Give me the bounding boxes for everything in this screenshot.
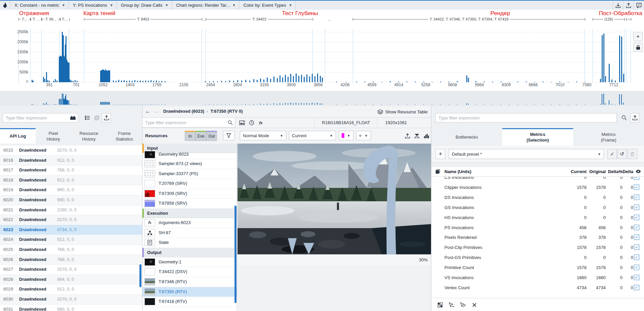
- col-current-header[interactable]: Current: [566, 169, 587, 174]
- image-view-icon[interactable]: [238, 119, 246, 127]
- metric-row[interactable]: HS Invocations0000✓: [431, 213, 644, 223]
- geometry-3d-dropdown[interactable]: ▼: [356, 131, 371, 140]
- api-log-row[interactable]: 6025DrawIndexed768, 0, 0: [0, 245, 142, 255]
- chart-region-bracket[interactable]: T:...: [60, 18, 70, 21]
- import-capture-button[interactable]: [613, 1, 623, 10]
- show-resource-table-button[interactable]: Show Resource Table: [377, 108, 428, 116]
- metric-visible-checkbox[interactable]: ✓: [634, 215, 639, 220]
- resource-item[interactable]: T:67418 (RTV): [142, 297, 237, 307]
- pick-wave-cursor-icon[interactable]: [447, 300, 456, 309]
- breadcrumb-target[interactable]: T:67350 (RTV 0): [210, 109, 243, 114]
- metric-visible-checkbox[interactable]: ✓: [634, 195, 639, 200]
- api-log-row[interactable]: 6028DrawIndexed984, 0, 0: [0, 275, 142, 285]
- highlight-color-dropdown[interactable]: ▼: [339, 131, 353, 140]
- api-log-row[interactable]: 6017DrawIndexed768, 0, 0: [0, 165, 142, 175]
- visibility-eye-icon[interactable]: [636, 169, 641, 173]
- resources-filter-input[interactable]: [144, 120, 228, 125]
- copy-metrics-icon[interactable]: [435, 169, 440, 174]
- metric-visible-checkbox[interactable]: ✓: [634, 255, 639, 260]
- col-delta-header[interactable]: Delta: [618, 169, 633, 174]
- metric-row[interactable]: CS Invocations0000✓: [431, 177, 644, 183]
- metrics-filter-input[interactable]: [438, 115, 614, 121]
- metric-visible-checkbox[interactable]: ✓: [634, 205, 639, 210]
- resource-item[interactable]: T:67309 (SRV): [142, 189, 237, 199]
- col-name-header[interactable]: Name (Units): [444, 169, 471, 174]
- reset-preset-button[interactable]: ↺: [617, 149, 627, 159]
- toolbar-dropdown-3[interactable]: Chart regions: Render Tar...▼: [172, 1, 239, 10]
- metric-visible-checkbox[interactable]: ✓: [634, 285, 639, 290]
- resource-item[interactable]: SH:67: [142, 228, 237, 238]
- metric-row[interactable]: Primitive Count1578157800✓: [431, 263, 644, 273]
- metric-visible-checkbox[interactable]: ✓: [634, 185, 639, 190]
- history-clock-icon[interactable]: [247, 119, 256, 127]
- resource-item[interactable]: State: [142, 238, 237, 248]
- tab-metrics[interactable]: Metrics (Frame): [573, 128, 644, 146]
- tab-metrics[interactable]: Metrics (Selection): [502, 128, 573, 146]
- pick-line-cursor-icon[interactable]: [458, 300, 467, 309]
- toolbar-dropdown-4[interactable]: Color by: Event Types▼: [239, 1, 296, 10]
- api-log-row[interactable]: 6026DrawIndexed768, 0, 0: [0, 255, 142, 265]
- lock-icon[interactable]: [633, 43, 643, 52]
- chart-region-bracket[interactable]: T: 34422, T: 67346, T: 67350, T: 67354, …: [353, 18, 585, 21]
- resource-item[interactable]: T:34422 (DSV): [142, 267, 237, 277]
- metric-row[interactable]: GS Invocations0000✓: [431, 203, 644, 213]
- metric-row[interactable]: PS Invocations45645600✓: [431, 223, 644, 233]
- api-log-row[interactable]: 6030DrawIndexed3270, 0, 0: [0, 295, 142, 305]
- api-log-row[interactable]: 6024DrawIndexed912, 0, 0: [0, 235, 142, 245]
- resource-item[interactable]: T:67350 (RTV): [142, 287, 237, 297]
- api-log-row[interactable]: 6016DrawIndexed912, 0, 0: [0, 156, 142, 166]
- source-dropdown[interactable]: Current▼: [289, 131, 336, 140]
- api-log-row[interactable]: 6020DrawIndexed990, 0, 0: [0, 195, 142, 205]
- metric-visible-checkbox[interactable]: ✓: [634, 245, 639, 250]
- resources-filter[interactable]: [142, 118, 235, 127]
- scope-exe-button[interactable]: Exe: [196, 131, 206, 141]
- chart-region-bracket[interactable]: T: 8453: [84, 18, 202, 21]
- resource-filter-funnel-button[interactable]: [223, 131, 234, 140]
- render-target-preview-image[interactable]: [238, 144, 431, 254]
- api-log-row[interactable]: 6019DrawIndexed990, 0, 0: [0, 185, 142, 195]
- render-target-viewer[interactable]: 30%: [237, 144, 431, 311]
- resources-scrollbar[interactable]: [234, 206, 237, 303]
- grid-select-icon[interactable]: [435, 300, 444, 309]
- export-log-button[interactable]: [102, 113, 111, 122]
- metric-visible-checkbox[interactable]: ✓: [634, 225, 639, 230]
- apply-preset-button[interactable]: ✓: [607, 149, 617, 159]
- chart-region-bracket[interactable]: T: 56...: [41, 18, 60, 21]
- metrics-filter[interactable]: [435, 113, 617, 122]
- api-log-filter[interactable]: [3, 113, 78, 122]
- resource-item[interactable]: Sampler:873 (2 views): [142, 159, 237, 169]
- back-arrow-button[interactable]: ←: [144, 107, 152, 115]
- metric-row[interactable]: Pixels Rendered37837800✓: [431, 232, 644, 243]
- metric-row[interactable]: DS Invocations0000✓: [431, 193, 644, 203]
- resource-item[interactable]: T:87858 (SRV): [142, 199, 237, 209]
- toolbar-dropdown-0[interactable]: X: Constant - no metric▼: [10, 1, 69, 10]
- col-original-header[interactable]: Original: [587, 169, 606, 174]
- add-chart-button[interactable]: +: [633, 32, 643, 41]
- toolbar-dropdown-2[interactable]: Group by: Draw Calls▼: [117, 1, 172, 10]
- range-fit-button[interactable]: [413, 132, 421, 140]
- chart-region-bracket[interactable]: [626, 18, 631, 21]
- metric-row[interactable]: Vertex Count4734473400✓: [431, 283, 644, 293]
- chart-region-bracket[interactable]: T: ...: [30, 18, 42, 21]
- metrics-search-icon[interactable]: [619, 113, 629, 122]
- resource-item[interactable]: fxArguments:6023: [142, 218, 237, 228]
- metric-row[interactable]: Post-Clip Primitives1578157800✓: [431, 243, 644, 253]
- api-log-row[interactable]: 6023DrawIndexed4734, 0, 0: [0, 225, 142, 235]
- api-log-row[interactable]: 6021DrawIndexed2280, 0, 0: [0, 205, 142, 215]
- fx-expression-icon[interactable]: fx: [257, 119, 265, 127]
- tab-resource[interactable]: Resource History: [71, 128, 107, 144]
- metric-row[interactable]: Post-GS Primitives0000✓: [431, 253, 644, 263]
- frame-overview-chart[interactable]: [0, 91, 644, 106]
- histogram-button[interactable]: [422, 132, 430, 140]
- metric-visible-checkbox[interactable]: ✓: [634, 235, 639, 240]
- resource-item[interactable]: Geometry:6023: [142, 153, 237, 159]
- api-log-row[interactable]: 6031DrawIndexed990, 0, 0: [0, 305, 142, 311]
- resource-item[interactable]: T:67346 (RTV): [142, 277, 237, 287]
- api-log-row[interactable]: 6027DrawIndexed3270, 0, 0: [0, 265, 142, 275]
- api-log-row[interactable]: 6022DrawIndexed3270, 0, 0: [0, 215, 142, 225]
- report-feedback-button[interactable]: [634, 1, 644, 10]
- api-log-scrollbar[interactable]: [139, 264, 141, 287]
- resource-item[interactable]: Sampler:33377 (PS): [142, 169, 237, 179]
- api-log-row[interactable]: 6018DrawIndexed912, 0, 0: [0, 175, 142, 186]
- metric-visible-checkbox[interactable]: ✓: [634, 275, 639, 280]
